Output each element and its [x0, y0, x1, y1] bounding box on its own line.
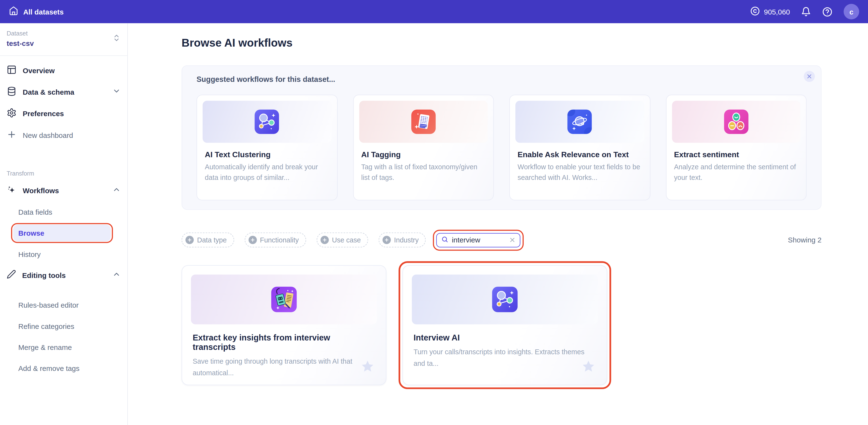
workflow-search-box	[436, 233, 521, 247]
app-window: All datasets 905,060 c Dataset	[0, 0, 868, 425]
card-title: Extract sentiment	[674, 150, 799, 159]
plus-circle-icon	[382, 236, 391, 244]
filter-bar: Data type Functionality Use case Industr…	[182, 233, 822, 247]
topbar: All datasets 905,060 c	[0, 0, 868, 23]
sidebar-item-new-dashboard[interactable]: New dashboard	[0, 125, 127, 146]
card-description: Automatically identify and break your da…	[205, 162, 329, 184]
all-datasets-home-link[interactable]: All datasets	[9, 6, 64, 17]
workflow-card-extract-sentiment[interactable]: Extract sentiment Analyze and determine …	[665, 95, 806, 201]
workflow-card-ai-tagging[interactable]: AI Tagging Tag with a list of fixed taxo…	[353, 95, 494, 201]
plus-circle-icon	[248, 236, 256, 244]
close-suggested-button[interactable]	[804, 71, 815, 82]
card-banner	[412, 275, 598, 324]
plus-circle-icon	[185, 236, 194, 244]
chevron-up-icon	[112, 270, 121, 281]
card-title: Extract key insights from interview tran…	[193, 333, 375, 352]
card-description: Analyze and determine the sentiment of y…	[674, 162, 799, 184]
sidebar-item-refine-categories[interactable]: Refine categories	[0, 315, 127, 336]
notifications-bell-icon[interactable]	[801, 7, 811, 17]
search-annotation	[436, 233, 521, 247]
plus-icon	[7, 129, 17, 141]
card-banner	[672, 101, 800, 143]
chip-label: Use case	[332, 236, 361, 244]
suggested-workflows-panel: Suggested workflows for this dataset... …	[182, 65, 822, 210]
sidebar-item-label: Overview	[23, 66, 121, 74]
sidebar-item-label: Editing tools	[22, 271, 106, 279]
sidebar-item-rules-based-editor[interactable]: Rules-based editor	[0, 294, 127, 315]
sidebar-item-merge-rename[interactable]: Merge & rename	[0, 337, 127, 358]
sidebar-item-browse[interactable]: Browse	[0, 222, 127, 243]
sidebar-item-label: Preferences	[23, 110, 121, 118]
results-count: Showing 2	[788, 236, 822, 244]
workflow-card-interview-ai[interactable]: Interview AI Turn your calls/transcripts…	[402, 265, 607, 385]
search-input[interactable]	[452, 236, 506, 244]
card-title: Interview AI	[413, 333, 596, 342]
plus-circle-icon	[320, 236, 329, 244]
database-icon	[7, 86, 17, 98]
favorite-star-icon[interactable]	[360, 359, 375, 376]
sidebar-item-preferences[interactable]: Preferences	[0, 103, 127, 124]
credits-value: 905,060	[764, 7, 790, 16]
sidebar-item-label: Rules-based editor	[18, 301, 79, 309]
sparkles-icon	[7, 184, 17, 196]
card-banner	[203, 101, 331, 143]
workflow-card-extract-key-insights[interactable]: Extract key insights from interview tran…	[182, 265, 386, 385]
workflow-card-ask-relevance[interactable]: Enable Ask Relevance on Text Workflow to…	[509, 95, 650, 201]
filter-chip-use-case[interactable]: Use case	[316, 233, 368, 247]
sidebar-nav: Overview Data & schema Preferences	[0, 56, 127, 378]
chip-label: Industry	[394, 236, 419, 244]
transform-section-label: Transform	[0, 169, 127, 178]
card-banner	[191, 275, 377, 324]
card-title: Enable Ask Relevance on Text	[518, 150, 642, 159]
planet-icon	[567, 110, 592, 134]
favorite-star-icon[interactable]	[581, 359, 596, 376]
sidebar-item-editing-tools[interactable]: Editing tools	[0, 265, 127, 286]
filter-chip-functionality[interactable]: Functionality	[244, 233, 306, 247]
dataset-name: test-csv	[7, 39, 34, 48]
transcripts-icon	[271, 286, 297, 312]
dataset-label: Dataset	[7, 30, 34, 37]
tag-document-icon	[411, 110, 435, 134]
avatar-initial: c	[849, 7, 854, 16]
workflow-card-ai-text-clustering[interactable]: AI Text Clustering Automatically identif…	[196, 95, 337, 201]
sidebar-item-data-fields[interactable]: Data fields	[0, 202, 127, 222]
sidebar-item-label: New dashboard	[23, 131, 121, 139]
filter-chip-industry[interactable]: Industry	[378, 233, 426, 247]
filter-chip-data-type[interactable]: Data type	[182, 233, 234, 247]
gear-icon	[7, 108, 17, 120]
chevrons-up-down-icon	[112, 34, 121, 44]
sidebar-item-label: Data & schema	[23, 88, 106, 96]
card-banner	[516, 101, 644, 143]
cluster-icon	[255, 110, 279, 134]
card-description: Workflow to enable your text fields to b…	[518, 162, 642, 184]
card-description: Save time going through long transcripts…	[193, 356, 364, 379]
chevron-up-icon	[112, 185, 121, 196]
sidebar: Dataset test-csv Overview Data & schema	[0, 23, 128, 425]
card-banner	[359, 101, 488, 143]
chip-label: Data type	[197, 236, 227, 244]
card-description: Turn your calls/transcripts into insight…	[413, 346, 585, 369]
overview-layout-icon	[7, 64, 17, 77]
sidebar-item-overview[interactable]: Overview	[0, 60, 127, 81]
sidebar-item-history[interactable]: History	[0, 244, 127, 265]
credits-icon	[750, 6, 760, 18]
credits-counter[interactable]: 905,060	[750, 6, 790, 18]
dataset-selector[interactable]: Dataset test-csv	[0, 23, 127, 56]
sidebar-item-label: Data fields	[18, 208, 53, 216]
card-title: AI Tagging	[361, 150, 486, 159]
sidebar-item-label: Merge & rename	[18, 343, 72, 351]
card-description: Tag with a list of fixed taxonomy/given …	[361, 162, 486, 184]
topbar-actions: 905,060 c	[750, 4, 859, 19]
help-icon[interactable]	[822, 6, 833, 17]
dataset-info: Dataset test-csv	[7, 30, 34, 48]
sidebar-item-label: Add & remove tags	[18, 364, 80, 372]
clear-search-icon[interactable]	[509, 235, 516, 245]
sidebar-item-workflows[interactable]: Workflows	[0, 180, 127, 202]
sidebar-item-label: Browse	[18, 229, 44, 237]
user-avatar[interactable]: c	[844, 4, 859, 19]
sidebar-item-data-schema[interactable]: Data & schema	[0, 81, 127, 103]
sidebar-item-add-remove-tags[interactable]: Add & remove tags	[0, 358, 127, 378]
topbar-title: All datasets	[23, 7, 64, 16]
suggested-title: Suggested workflows for this dataset...	[196, 74, 807, 86]
sidebar-item-label: Refine categories	[18, 322, 74, 330]
